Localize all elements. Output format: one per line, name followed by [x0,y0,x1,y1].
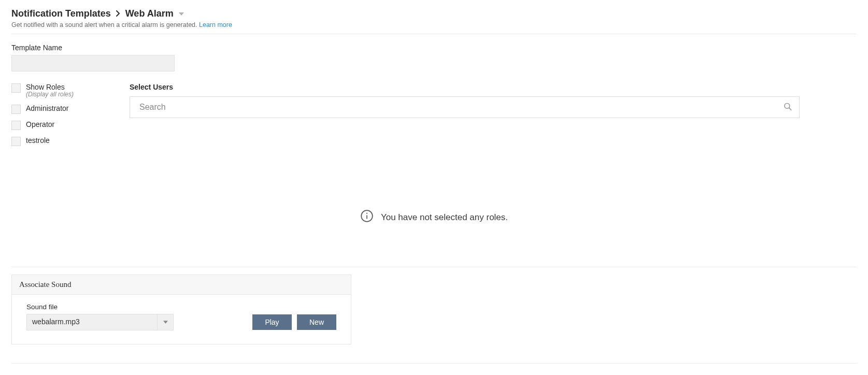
template-name-input[interactable] [11,55,175,71]
show-roles-label: Show Roles [26,83,65,91]
users-column: Select Users [130,83,857,118]
role-label: testrole [26,136,50,145]
breadcrumb: Notification Templates Web Alarm [11,6,857,19]
empty-state: You have not selected any roles. [11,209,857,225]
divider [11,34,857,34]
info-icon [360,209,374,225]
caret-down-icon[interactable] [179,12,184,16]
svg-line-1 [789,108,791,110]
caret-down-icon[interactable] [158,314,173,330]
show-roles-row: Show Roles (Display all roles) [11,83,130,98]
page-subtitle: Get notified with a sound alert when a c… [11,21,857,28]
role-checkbox[interactable] [11,137,21,146]
show-roles-hint: (Display all roles) [26,91,74,98]
subtitle-text: Get notified with a sound alert when a c… [11,21,197,28]
learn-more-link[interactable]: Learn more [199,21,232,28]
sound-file-select[interactable]: webalarm.mp3 [26,314,174,330]
show-roles-checkbox[interactable] [11,83,21,93]
breadcrumb-current: Web Alarm [125,8,174,19]
role-label: Operator [26,120,54,128]
divider [11,267,857,267]
chevron-right-icon [116,10,120,18]
sound-file-label: Sound file [26,303,336,311]
new-button[interactable]: New [297,314,336,330]
select-users-label: Select Users [130,83,800,91]
role-row: Operator [11,120,130,130]
template-name-label: Template Name [11,44,857,52]
sound-file-value: webalarm.mp3 [27,314,158,330]
empty-state-text: You have not selected any roles. [381,212,508,223]
role-row: Administrator [11,104,130,114]
role-checkbox[interactable] [11,121,21,130]
play-button[interactable]: Play [252,314,292,330]
svg-point-4 [366,213,367,214]
divider [11,363,857,364]
role-row: testrole [11,136,130,146]
search-icon[interactable] [783,102,792,113]
roles-column: Show Roles (Display all roles) Administr… [11,83,130,152]
breadcrumb-parent[interactable]: Notification Templates [11,8,111,19]
search-input[interactable] [130,96,800,118]
role-checkbox[interactable] [11,105,21,114]
role-label: Administrator [26,104,68,112]
associate-sound-card: Associate Sound Sound file webalarm.mp3 … [11,275,351,344]
search-wrap [130,96,800,118]
card-title: Associate Sound [12,275,351,295]
